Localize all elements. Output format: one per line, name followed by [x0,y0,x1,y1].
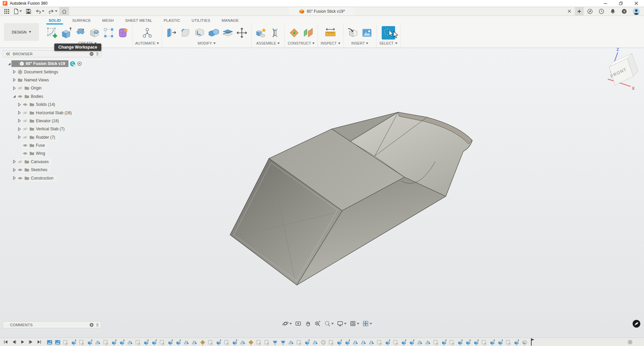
timeline-feature-extrude-13[interactable] [143,338,151,346]
revolve-button[interactable] [74,26,87,40]
look-at-icon[interactable] [294,320,303,327]
ribbon-tab-surface[interactable]: SURFACE [66,16,97,24]
timeline-feature-extrude-57[interactable] [497,338,505,346]
tree-expanded-arrow-icon[interactable] [12,94,16,99]
measure-button[interactable] [324,26,337,40]
split-button[interactable] [221,26,234,40]
tree-item-rudder-7[interactable]: Rudder (7) [3,133,101,141]
fit-icon[interactable] [323,320,335,327]
timeline-step-back-button[interactable] [10,338,18,346]
timeline-feature-revolve-29[interactable] [272,338,280,346]
timeline-feature-sketch-21[interactable] [208,338,216,346]
document-tab[interactable]: 60" Fusion Stick v19* [289,7,355,15]
timeline-feature-mirror-48[interactable] [425,338,433,346]
timeline-feature-mirror-25[interactable] [240,338,248,346]
tree-item-construction[interactable]: Construction [3,174,101,182]
tree-item-horizontal-stab-16[interactable]: Horizontal Stab (16) [3,109,101,117]
tree-collapsed-arrow-icon[interactable] [12,78,16,82]
visibility-eye-icon[interactable] [17,167,23,172]
ribbon-group-label-select[interactable]: SELECT [379,41,397,45]
tree-item-canvases[interactable]: Canvases [3,158,101,166]
timeline-feature-shell-60[interactable] [522,338,530,346]
timeline-feature-extrude-37[interactable] [336,338,344,346]
ribbon-tab-plastic[interactable]: PLASTIC [158,16,186,24]
timeline-feature-canvas-1[interactable] [47,338,55,346]
minimize-button[interactable] [598,0,613,7]
tree-collapsed-arrow-icon[interactable] [12,159,16,164]
timeline-feature-extrude-6[interactable] [87,338,95,346]
timeline-feature-extrude-52[interactable] [457,338,465,346]
timeline-feature-extrude-56[interactable] [489,338,497,346]
ribbon-tab-sheet-metal[interactable]: SHEET METAL [119,16,158,24]
redo-button[interactable] [46,7,59,15]
timeline-feature-extrude-17[interactable] [175,338,183,346]
visibility-eye-off-icon[interactable] [22,126,28,132]
insert-canvas-button[interactable] [360,26,374,40]
timeline-feature-sketch-5[interactable] [79,338,87,346]
ribbon-tab-utilities[interactable]: UTILITIES [186,16,216,24]
timeline-feature-mirror-40[interactable] [361,338,369,346]
tree-collapsed-arrow-icon[interactable] [17,119,21,123]
timeline-feature-extrude-54[interactable] [473,338,481,346]
timeline-feature-extrude-45[interactable] [401,338,409,346]
timeline-feature-fillet-35[interactable] [320,338,328,346]
visibility-eye-icon[interactable] [17,176,23,181]
visibility-eye-off-icon[interactable] [17,85,23,91]
panel-grip-icon[interactable] [96,52,99,56]
visibility-eye-off-icon[interactable] [22,110,28,116]
timeline-feature-extrude-16[interactable] [167,338,175,346]
timeline-feature-mirror-31[interactable] [288,338,296,346]
file-menu-button[interactable] [11,7,24,15]
ribbon-group-label-construct[interactable]: CONSTRUCT [288,41,315,45]
timeline-feature-sketch-32[interactable] [296,338,304,346]
feedback-bubble-icon[interactable] [632,319,641,328]
tree-collapsed-arrow-icon[interactable] [17,102,21,107]
timeline-feature-sketch-12[interactable] [135,338,143,346]
timeline-feature-canvas-2[interactable] [55,338,63,346]
tree-collapsed-arrow-icon[interactable] [17,127,21,131]
tab-close-button[interactable] [565,7,574,15]
timeline-skip-end-button[interactable] [35,338,43,346]
job-status-button[interactable] [596,7,606,15]
visibility-eye-off-icon[interactable] [22,135,28,140]
press-pull-button[interactable] [165,26,178,40]
grid-settings-icon[interactable] [348,320,360,327]
tree-item-elevator-18[interactable]: Elevator (18) [3,117,101,125]
collapse-panel-icon[interactable] [5,52,10,56]
joint-button[interactable] [268,26,282,40]
viewport-canvas[interactable]: FRONT Z X BROWSER 60" Fusion Stick v19CD… [0,48,644,338]
tree-item-bodies[interactable]: Bodies [3,92,101,100]
timeline-feature-extrude-14[interactable] [151,338,159,346]
browser-header[interactable]: BROWSER [3,50,101,57]
timeline-feature-sketch-49[interactable] [433,338,441,346]
visibility-eye-icon[interactable] [22,102,28,107]
hole-button[interactable] [88,26,101,40]
notifications-button[interactable] [608,7,618,15]
timeline-feature-extrude-46[interactable] [409,338,417,346]
visibility-eye-icon[interactable] [22,143,28,148]
timeline-feature-sketch-51[interactable] [449,338,457,346]
ribbon-group-label-insert[interactable]: INSERT [351,41,368,45]
ribbon-group-label-modify[interactable]: MODIFY [198,41,216,45]
display-settings-icon[interactable] [336,320,347,327]
timeline-feature-mirror-47[interactable] [417,338,425,346]
ribbon-tab-solid[interactable]: SOLID [43,16,66,24]
timeline-position-marker[interactable] [531,338,535,346]
timeline-feature-mirror-18[interactable] [183,338,192,346]
add-comment-icon[interactable] [89,323,94,327]
view-cube[interactable]: FRONT Z X [597,46,644,92]
combine-button[interactable] [207,26,220,40]
timeline-feature-extrude-59[interactable] [514,338,522,346]
timeline-feature-extrude-43[interactable] [385,338,393,346]
timeline-feature-mirror-11[interactable] [127,338,135,346]
timeline-feature-extrude-10[interactable] [119,338,127,346]
ribbon-tab-manage[interactable]: MANAGE [216,16,245,24]
tree-collapsed-arrow-icon[interactable] [17,135,21,140]
workspace-selector-button[interactable]: DESIGN [4,23,39,41]
tree-item-60-fusion-stick-v19[interactable]: 60" Fusion Stick v19C [3,60,101,68]
timeline-feature-sketch-8[interactable] [103,338,111,346]
offset-plane-button[interactable] [302,26,315,40]
tree-item-fuse[interactable]: Fuse [3,141,101,149]
timeline-feature-sketch-44[interactable] [393,338,401,346]
construct-plane-button[interactable] [287,26,301,40]
